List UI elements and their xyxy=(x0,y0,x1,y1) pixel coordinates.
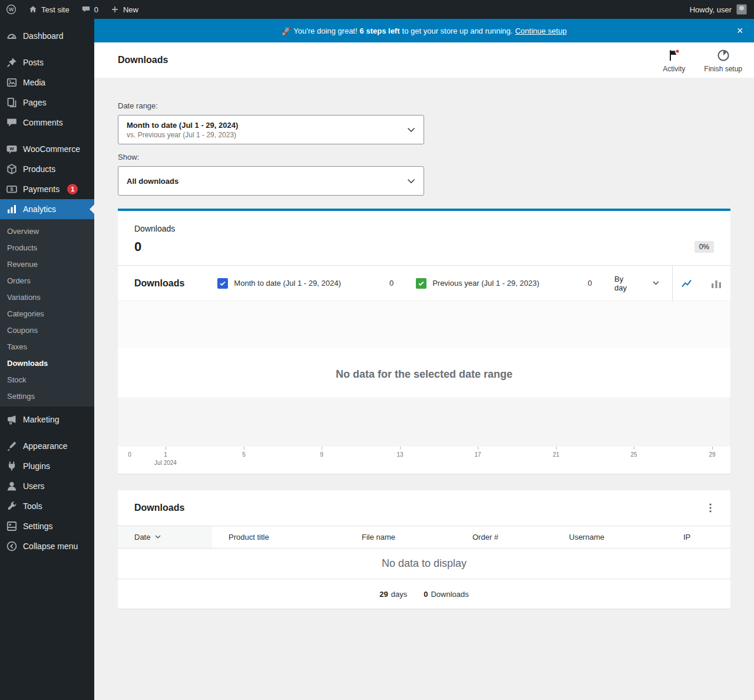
bar-chart-toggle-button[interactable] xyxy=(702,266,730,301)
continue-setup-link[interactable]: Continue setup xyxy=(515,27,566,35)
sidebar-subitem-products[interactable]: Products xyxy=(0,239,94,256)
sidebar-subitem-settings[interactable]: Settings xyxy=(0,388,94,404)
column-header-ip[interactable]: IP xyxy=(667,526,730,549)
sidebar-item-appearance[interactable]: Appearance xyxy=(0,436,94,456)
legend-item-previous-period[interactable]: Previous year (Jul 1 - 29, 2023) 0 xyxy=(416,278,592,289)
sidebar-item-users[interactable]: Users xyxy=(0,476,94,496)
activity-flag-icon xyxy=(667,48,681,63)
column-header-order-number[interactable]: Order # xyxy=(456,526,553,549)
x-tick-mark xyxy=(244,447,244,450)
sidebar-subitem-categories[interactable]: Categories xyxy=(0,305,94,322)
line-chart-toggle-button[interactable] xyxy=(673,266,702,301)
new-content-button[interactable]: New xyxy=(104,0,144,19)
summary-tab-downloads[interactable]: Downloads 0 0% xyxy=(118,211,730,266)
home-icon xyxy=(28,5,38,14)
sidebar-item-products[interactable]: Products xyxy=(0,159,94,179)
subitem-label: Settings xyxy=(7,392,35,401)
chart-header: Downloads Month to date (Jul 1 - 29, 202… xyxy=(118,266,730,301)
subitem-label: Products xyxy=(7,243,37,252)
column-header-product-title[interactable]: Product title xyxy=(212,526,345,549)
show-select[interactable]: All downloads xyxy=(118,166,424,196)
column-header-date[interactable]: Date xyxy=(118,526,212,549)
sidebar-item-payments[interactable]: $ Payments 1 xyxy=(0,179,94,199)
rocket-emoji: 🚀 xyxy=(282,27,291,35)
sidebar-item-label: Plugins xyxy=(23,461,50,471)
sidebar-subitem-downloads[interactable]: Downloads xyxy=(0,355,94,371)
percent-change-badge: 0% xyxy=(695,241,714,253)
checkbox-checked-icon[interactable] xyxy=(217,278,228,289)
comments-shortcut-button[interactable]: 0 xyxy=(75,0,104,19)
avatar xyxy=(736,4,747,15)
sidebar-item-label: Media xyxy=(23,78,45,87)
page-header: Downloads Activity Finish setup xyxy=(94,42,754,78)
sidebar-item-label: Appearance xyxy=(23,441,68,451)
line-chart-icon xyxy=(680,276,695,290)
sidebar-item-comments[interactable]: Comments xyxy=(0,113,94,133)
sidebar-subitem-stock[interactable]: Stock xyxy=(0,371,94,388)
payments-icon: $ xyxy=(6,183,18,195)
date-range-value: Month to date (Jul 1 - 29, 2024) xyxy=(127,121,238,130)
banner-steps-left: 6 steps left xyxy=(360,27,400,35)
sort-descending-icon xyxy=(155,535,161,539)
legend-item-current-period[interactable]: Month to date (Jul 1 - 29, 2024) 0 xyxy=(217,278,393,289)
svg-text:W: W xyxy=(9,6,14,12)
date-range-value-group: Month to date (Jul 1 - 29, 2024) vs. Pre… xyxy=(127,121,238,139)
sidebar-item-label: Marketing xyxy=(23,415,59,424)
column-header-username[interactable]: Username xyxy=(553,526,667,549)
sidebar-item-woocommerce[interactable]: W WooCommerce xyxy=(0,139,94,159)
sidebar-item-tools[interactable]: Tools xyxy=(0,496,94,516)
pages-icon xyxy=(6,97,18,108)
chart-x-axis: 0 1 5 9 13 17 21 25 29 Jul 2024 xyxy=(118,447,730,474)
sidebar-separator xyxy=(0,430,94,436)
sidebar-item-label: Settings xyxy=(23,521,53,531)
x-tick-label: 17 xyxy=(474,451,481,458)
sidebar-subitem-variations[interactable]: Variations xyxy=(0,289,94,305)
wordpress-logo-button[interactable]: W xyxy=(0,0,22,19)
sidebar-item-media[interactable]: Media xyxy=(0,72,94,93)
finish-setup-timer-icon xyxy=(716,48,730,63)
sidebar-subitem-coupons[interactable]: Coupons xyxy=(0,322,94,338)
sidebar-subitem-overview[interactable]: Overview xyxy=(0,223,94,239)
interval-select[interactable]: By day xyxy=(614,275,672,292)
collapse-menu-button[interactable]: Collapse menu xyxy=(0,536,94,556)
banner-lead: You're doing great! xyxy=(293,27,357,35)
banner-close-button[interactable]: × xyxy=(730,19,749,42)
chevron-down-icon xyxy=(407,127,415,133)
date-range-comparison: vs. Previous year (Jul 1 - 29, 2023) xyxy=(127,131,238,139)
subitem-label: Stock xyxy=(7,375,27,384)
sidebar-item-plugins[interactable]: Plugins xyxy=(0,456,94,476)
column-label: Username xyxy=(569,533,604,541)
sidebar-subitem-orders[interactable]: Orders xyxy=(0,272,94,289)
table-options-button[interactable] xyxy=(700,497,721,519)
checkbox-checked-icon[interactable] xyxy=(416,278,426,289)
subitem-label: Coupons xyxy=(7,326,38,335)
account-menu[interactable]: Howdy, user xyxy=(690,4,754,15)
pushpin-icon xyxy=(6,57,18,68)
x-tick-mark xyxy=(556,447,557,450)
visit-site-button[interactable]: Test site xyxy=(22,0,75,19)
plus-icon xyxy=(110,5,120,14)
x-tick-mark xyxy=(400,447,401,450)
svg-text:W: W xyxy=(9,146,14,151)
sidebar-item-settings[interactable]: Settings xyxy=(0,516,94,536)
show-label: Show: xyxy=(118,153,730,161)
sidebar-item-posts[interactable]: Posts xyxy=(0,52,94,72)
sidebar-subitem-taxes[interactable]: Taxes xyxy=(0,338,94,355)
sidebar-subitem-revenue[interactable]: Revenue xyxy=(0,256,94,272)
sidebar-item-analytics[interactable]: Analytics xyxy=(0,199,94,219)
sidebar-item-marketing[interactable]: Marketing xyxy=(0,410,94,430)
date-range-select[interactable]: Month to date (Jul 1 - 29, 2024) vs. Pre… xyxy=(118,115,424,144)
sidebar-item-label: Payments xyxy=(23,184,59,194)
sidebar-item-label: Comments xyxy=(23,118,63,127)
sidebar-item-dashboard[interactable]: Dashboard xyxy=(0,26,94,46)
column-header-file-name[interactable]: File name xyxy=(345,526,456,549)
x-tick-mark xyxy=(478,447,478,450)
finish-setup-button[interactable]: Finish setup xyxy=(695,42,752,78)
activity-button[interactable]: Activity xyxy=(653,42,695,78)
sidebar-item-pages[interactable]: Pages xyxy=(0,93,94,113)
media-icon xyxy=(6,77,18,88)
admin-bar: W Test site 0 New Howdy, user xyxy=(0,0,754,19)
x-tick-label: 21 xyxy=(553,451,559,458)
wrench-icon xyxy=(6,500,18,512)
analytics-submenu: Overview Products Revenue Orders Variati… xyxy=(0,219,94,407)
